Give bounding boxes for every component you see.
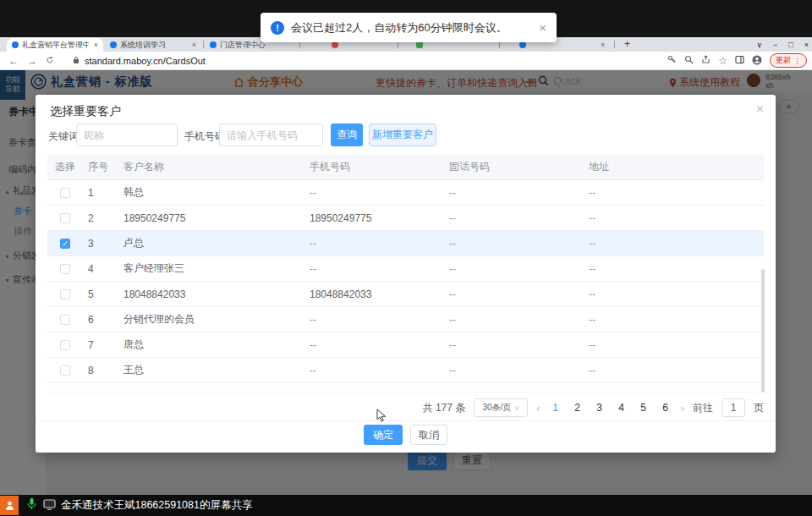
screen: ! 会议已超过2人，自动转为60分钟限时会议。 × 礼盒营销平台管理中心 × 系…: [0, 0, 812, 516]
col-name: 客户名称: [117, 160, 303, 174]
row-checkbox[interactable]: [60, 264, 70, 274]
keyword-input[interactable]: [76, 124, 178, 146]
confirm-button[interactable]: 确定: [364, 425, 403, 445]
next-page-icon[interactable]: ›: [681, 402, 684, 414]
table-scrollbar[interactable]: [761, 269, 765, 392]
side-panel-icon[interactable]: [735, 55, 744, 66]
microphone-icon[interactable]: [27, 497, 36, 513]
toast-close-icon[interactable]: ×: [539, 20, 546, 35]
tab-close-last[interactable]: ×: [594, 38, 611, 52]
cell-name: 18950249775: [117, 212, 303, 224]
cell-mobile: --: [303, 238, 442, 250]
cancel-button[interactable]: 取消: [410, 425, 447, 445]
cell-index: 5: [83, 288, 117, 300]
add-customer-button[interactable]: 新增重要客户: [369, 124, 436, 146]
pagination: 共 177 条 30条/页 ∨ ‹ 1 2 3 4 5 6 › 前往 页: [423, 398, 764, 418]
tab-favicon: [12, 41, 19, 48]
page-5[interactable]: 5: [637, 402, 650, 414]
page-size-select[interactable]: 30条/页 ∨: [474, 398, 528, 417]
back-icon[interactable]: ←: [8, 55, 19, 67]
table-row[interactable]: 2 18950249775 18950249775 -- --: [47, 206, 764, 231]
browser-tab-1[interactable]: 礼盒营销平台管理中心 ×: [7, 38, 103, 52]
page-size-value: 30条/页: [482, 402, 511, 414]
row-checkbox[interactable]: [60, 315, 70, 325]
minimize-button[interactable]: −: [773, 41, 777, 49]
tab-close-icon[interactable]: ×: [94, 41, 98, 49]
cell-index: 2: [83, 212, 117, 224]
key-icon[interactable]: [667, 55, 677, 66]
goto-page-input[interactable]: [721, 398, 745, 417]
share-icon[interactable]: [701, 55, 710, 66]
select-customer-modal: 选择重要客户 × 关键词 手机号码 查询 新增重要客户 选择 序号 客户名称 手…: [36, 95, 776, 453]
row-checkbox[interactable]: [60, 340, 70, 350]
tab-label: 系统培训学习: [120, 40, 187, 51]
cell-name: 客户经理张三: [117, 261, 303, 276]
forward-icon[interactable]: →: [27, 55, 37, 67]
tab-close-icon[interactable]: ×: [192, 41, 196, 49]
zoom-icon[interactable]: [684, 55, 694, 66]
customer-table: 选择 序号 客户名称 手机号码 固话号码 地址 1 韩总 -- -- -- 2 …: [47, 155, 764, 392]
page-3[interactable]: 3: [593, 402, 606, 414]
info-circle-icon: !: [271, 21, 284, 35]
cell-mobile: --: [303, 365, 442, 376]
update-button[interactable]: 更新 ⋮: [770, 53, 807, 68]
phone-input[interactable]: [219, 124, 323, 146]
row-checkbox-checked[interactable]: ✓: [60, 239, 70, 249]
row-checkbox[interactable]: [60, 213, 70, 223]
tab-search-icon[interactable]: ∨: [756, 41, 762, 49]
cell-address: --: [582, 187, 764, 199]
col-index: 序号: [83, 160, 117, 174]
cell-tel: --: [442, 212, 582, 224]
page-6[interactable]: 6: [659, 402, 672, 414]
url-text[interactable]: standard.maboy.cn/CardsOut: [85, 56, 206, 66]
goto-suffix: 页: [754, 401, 764, 415]
cell-name: 18048842033: [117, 288, 303, 300]
screen-share-icon: [43, 498, 56, 513]
tab-separator: [203, 41, 204, 48]
page-4[interactable]: 4: [615, 402, 628, 414]
close-window-button[interactable]: ×: [804, 41, 809, 49]
cell-address: --: [582, 238, 764, 250]
cell-name: 韩总: [117, 185, 303, 200]
table-row[interactable]: 8 王总 -- -- --: [47, 358, 764, 383]
cell-tel: --: [442, 339, 582, 351]
screen-share-bar: 金禾通技术王斌18662591081的屏幕共享: [0, 495, 812, 516]
maximize-button[interactable]: □: [788, 41, 793, 49]
cell-name: 卢总: [117, 236, 303, 250]
browser-tab-2[interactable]: 系统培训学习 ×: [105, 38, 201, 52]
row-checkbox[interactable]: [60, 188, 70, 198]
new-tab-button[interactable]: +: [624, 38, 630, 50]
table-row[interactable]: 7 唐总 -- -- --: [47, 332, 764, 358]
modal-title: 选择重要客户: [50, 104, 121, 119]
table-row[interactable]: 5 18048842033 18048842033 -- --: [47, 282, 764, 307]
page-2[interactable]: 2: [571, 402, 584, 414]
row-checkbox[interactable]: [60, 365, 70, 376]
row-checkbox[interactable]: [60, 289, 70, 299]
modal-close-icon[interactable]: ×: [756, 102, 764, 117]
page-1[interactable]: 1: [549, 402, 562, 414]
cell-tel: --: [442, 365, 582, 376]
tab-favicon: [519, 41, 526, 48]
bookmark-star-icon[interactable]: ☆: [718, 55, 727, 67]
table-row[interactable]: 6 分销代理的会员 -- -- --: [47, 307, 764, 332]
table-row[interactable]: 4 客户经理张三 -- -- --: [47, 256, 764, 282]
participant-icon[interactable]: [0, 496, 19, 515]
cell-index: 3: [83, 238, 117, 250]
profile-avatar-icon[interactable]: [752, 55, 762, 67]
lock-icon[interactable]: [73, 56, 80, 66]
meeting-toast: ! 会议已超过2人，自动转为60分钟限时会议。 ×: [261, 13, 557, 42]
cell-index: 6: [83, 314, 117, 326]
refresh-icon[interactable]: [46, 55, 54, 67]
tab-close-icon[interactable]: ×: [601, 41, 605, 49]
col-address: 地址: [582, 160, 764, 174]
update-label: 更新: [776, 55, 791, 66]
table-row[interactable]: 1 韩总 -- -- --: [47, 180, 764, 206]
search-button[interactable]: 查询: [331, 124, 363, 146]
cell-mobile: 18048842033: [303, 288, 442, 300]
cell-index: 4: [83, 263, 117, 275]
table-row-selected[interactable]: ✓ 3 卢总 -- -- --: [47, 231, 764, 256]
toast-message: 会议已超过2人，自动转为60分钟限时会议。: [291, 20, 532, 36]
prev-page-icon[interactable]: ‹: [536, 402, 540, 414]
more-vertical-icon: ⋮: [793, 57, 801, 65]
cell-tel: --: [442, 288, 582, 300]
